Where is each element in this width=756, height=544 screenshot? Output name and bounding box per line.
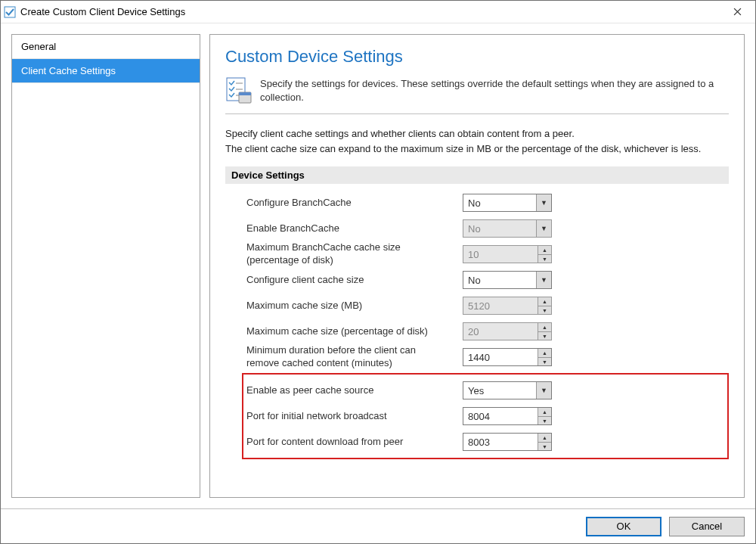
chevron-down-icon: ▼ (536, 220, 551, 237)
spinner-buttons: ▲ ▼ (538, 434, 551, 450)
setting-label: Port for initial network broadcast (246, 410, 451, 423)
max-cache-size-pct-spinner: 20 ▲ ▼ (463, 322, 552, 340)
description-line: The client cache size can expand to the … (225, 141, 729, 157)
description-line: Specify client cache settings and whethe… (225, 126, 729, 141)
checklist-icon (225, 77, 253, 104)
setting-label: Minimum duration before the client can r… (246, 344, 451, 370)
dialog-body: General Client Cache Settings Custom Dev… (1, 23, 755, 508)
setting-row-enable-branchcache: Enable BranchCache No ▼ (246, 216, 729, 241)
setting-row-enable-peer-cache-source: Enable as peer cache source Yes ▼ (246, 378, 724, 403)
configure-client-cache-size-combo[interactable]: No ▼ (463, 271, 552, 289)
spinner-down-icon: ▼ (538, 254, 551, 263)
spinner-value: 1440 (463, 349, 538, 365)
chevron-down-icon: ▼ (536, 272, 551, 288)
setting-label: Port for content download from peer (246, 436, 451, 449)
intro-block: Specify the settings for devices. These … (225, 77, 729, 104)
setting-label: Enable as peer cache source (246, 384, 451, 397)
combo-value: No (463, 220, 536, 237)
dialog-footer: OK Cancel (1, 508, 755, 543)
spinner-buttons: ▲ ▼ (538, 408, 551, 424)
setting-label: Maximum cache size (MB) (246, 300, 451, 312)
chevron-down-icon: ▼ (536, 194, 551, 211)
device-settings-table: Configure BranchCache No ▼ Enable Branch… (225, 190, 729, 459)
button-label: Cancel (692, 521, 722, 532)
enable-peer-cache-source-combo[interactable]: Yes ▼ (463, 381, 552, 399)
spinner-down-icon[interactable]: ▼ (538, 357, 551, 366)
spinner-buttons: ▲ ▼ (538, 323, 551, 340)
setting-row-port-content-download: Port for content download from peer 8003… (246, 429, 724, 455)
titlebar: Create Custom Client Device Settings (1, 1, 755, 23)
spinner-up-icon[interactable]: ▲ (538, 434, 551, 442)
spinner-value: 8003 (463, 434, 538, 450)
window-title: Create Custom Client Device Settings (20, 6, 722, 17)
port-content-download-spinner[interactable]: 8003 ▲ ▼ (463, 433, 552, 451)
content-panel: Custom Device Settings Spec (209, 34, 745, 498)
setting-row-configure-branchcache: Configure BranchCache No ▼ (246, 190, 729, 216)
max-branchcache-size-spinner: 10 ▲ ▼ (463, 245, 552, 263)
spinner-up-icon[interactable]: ▲ (538, 408, 551, 416)
spinner-up-icon: ▲ (538, 323, 551, 331)
sidebar: General Client Cache Settings (11, 34, 200, 498)
close-icon (733, 5, 742, 18)
spinner-up-icon: ▲ (538, 246, 551, 254)
cancel-button[interactable]: Cancel (669, 517, 745, 536)
setting-row-min-duration-remove: Minimum duration before the client can r… (246, 344, 729, 370)
setting-label: Maximum BranchCache cache size (percenta… (246, 241, 451, 267)
sidebar-item-client-cache-settings[interactable]: Client Cache Settings (12, 59, 200, 83)
setting-row-max-branchcache-size: Maximum BranchCache cache size (percenta… (246, 241, 729, 267)
setting-label: Enable BranchCache (246, 222, 451, 235)
spinner-down-icon: ▼ (538, 306, 551, 315)
intro-text: Specify the settings for devices. These … (260, 77, 729, 104)
page-heading: Custom Device Settings (225, 47, 729, 67)
min-duration-remove-spinner[interactable]: 1440 ▲ ▼ (463, 348, 552, 366)
spinner-up-icon: ▲ (538, 297, 551, 306)
button-label: OK (617, 521, 631, 532)
combo-value: Yes (463, 382, 536, 399)
setting-row-max-cache-size-mb: Maximum cache size (MB) 5120 ▲ ▼ (246, 293, 729, 319)
spinner-buttons: ▲ ▼ (538, 349, 551, 365)
setting-label: Configure BranchCache (246, 197, 451, 210)
spinner-down-icon: ▼ (538, 331, 551, 340)
spinner-value: 20 (463, 323, 538, 340)
spinner-down-icon[interactable]: ▼ (538, 416, 551, 425)
sidebar-item-general[interactable]: General (12, 35, 200, 59)
setting-label: Configure client cache size (246, 274, 451, 287)
dialog-window: Create Custom Client Device Settings Gen… (0, 0, 756, 544)
spinner-up-icon[interactable]: ▲ (538, 349, 551, 357)
group-header: Device Settings (225, 166, 729, 184)
svg-rect-6 (239, 92, 251, 95)
configure-branchcache-combo[interactable]: No ▼ (463, 194, 552, 212)
chevron-down-icon: ▼ (536, 382, 551, 399)
max-cache-size-mb-spinner: 5120 ▲ ▼ (463, 297, 552, 315)
spinner-buttons: ▲ ▼ (538, 297, 551, 314)
setting-row-max-cache-size-pct: Maximum cache size (percentage of disk) … (246, 319, 729, 344)
combo-value: No (463, 194, 536, 211)
close-button[interactable] (722, 2, 752, 23)
setting-row-port-initial-broadcast: Port for initial network broadcast 8004 … (246, 403, 724, 429)
spinner-value: 5120 (463, 297, 538, 314)
app-icon (4, 6, 16, 18)
combo-value: No (463, 272, 536, 288)
setting-label: Maximum cache size (percentage of disk) (246, 325, 451, 338)
sidebar-item-label: Client Cache Settings (21, 65, 116, 76)
sidebar-item-label: General (21, 41, 56, 52)
ok-button[interactable]: OK (586, 517, 662, 536)
spinner-value: 8004 (463, 408, 538, 424)
separator (225, 113, 729, 114)
highlighted-region: Enable as peer cache source Yes ▼ Port f… (242, 373, 729, 459)
spinner-value: 10 (463, 246, 538, 263)
setting-row-configure-client-cache-size: Configure client cache size No ▼ (246, 267, 729, 293)
spinner-down-icon[interactable]: ▼ (538, 442, 551, 451)
enable-branchcache-combo: No ▼ (463, 219, 552, 238)
description: Specify client cache settings and whethe… (225, 126, 729, 156)
spinner-buttons: ▲ ▼ (538, 246, 551, 263)
port-initial-broadcast-spinner[interactable]: 8004 ▲ ▼ (463, 407, 552, 425)
